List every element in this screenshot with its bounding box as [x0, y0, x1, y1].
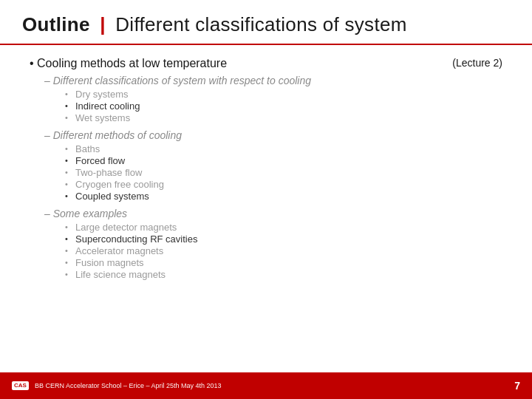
section-1-list: Dry systems Indirect cooling Wet systems [65, 89, 502, 123]
list-item: Large detector magnets [65, 222, 502, 233]
section-3-list: Large detector magnets Superconducting R… [65, 222, 502, 280]
footer: CAS BB CERN Accelerator School – Erice –… [0, 372, 532, 399]
section-1-heading: Different classifications of system with… [44, 75, 502, 86]
lecture-badge: (Lecture 2) [452, 57, 502, 69]
list-item: Indirect cooling [65, 100, 502, 112]
list-item: Dry systems [65, 89, 502, 100]
section-1: Different classifications of system with… [44, 75, 502, 123]
footer-left: CAS BB CERN Accelerator School – Erice –… [12, 381, 222, 390]
cern-logo: CAS [12, 381, 29, 390]
footer-main-text: BB CERN Accelerator School [35, 382, 122, 389]
section-3: Some examples Large detector magnets Sup… [44, 208, 502, 280]
footer-text: BB CERN Accelerator School – Erice – Apr… [35, 382, 222, 389]
list-item: Two-phase flow [65, 167, 502, 178]
title-pipe: | [95, 13, 112, 35]
section-2: Different methods of cooling Baths Force… [44, 129, 502, 202]
main-bullet-text: Cooling methods at low temperature [30, 57, 227, 70]
header: Outline | Different classifications of s… [0, 0, 532, 45]
section-3-heading: Some examples [44, 208, 502, 219]
main-bullet-row: Cooling methods at low temperature (Lect… [30, 57, 502, 70]
list-item: Coupled systems [65, 191, 502, 202]
list-item: Forced flow [65, 155, 502, 166]
list-item: Baths [65, 143, 502, 154]
footer-rest: – Erice – April 25th May 4th 2013 [123, 382, 222, 389]
page-number: 7 [514, 380, 520, 392]
title-subtitle: Different classifications of system [115, 13, 406, 35]
list-item: Cryogen free cooling [65, 179, 502, 190]
list-item: Wet systems [65, 112, 502, 123]
section-2-list: Baths Forced flow Two-phase flow Cryogen… [65, 143, 502, 202]
slide: Outline | Different classifications of s… [0, 0, 532, 399]
title-bold: Outline [22, 13, 90, 35]
list-item: Accelerator magnets [65, 245, 502, 256]
section-2-heading: Different methods of cooling [44, 129, 502, 141]
list-item: Life science magnets [65, 269, 502, 280]
page-title: Outline | Different classifications of s… [22, 13, 510, 36]
list-item: Fusion magnets [65, 257, 502, 268]
content-area: Cooling methods at low temperature (Lect… [0, 45, 532, 399]
list-item: Superconducting RF cavities [65, 233, 502, 245]
logo-box: CAS [12, 381, 29, 390]
